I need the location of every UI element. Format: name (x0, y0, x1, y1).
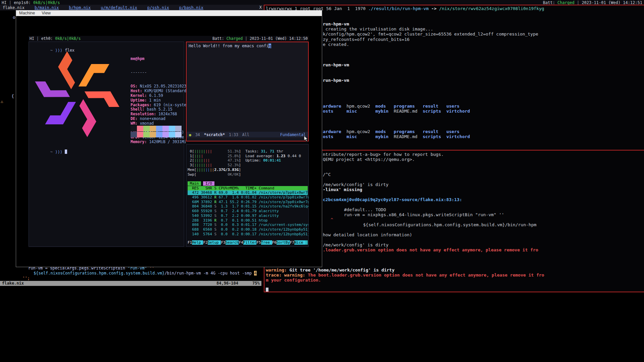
terminal-line (266, 11, 644, 16)
terminal-line: ardware hpm.qcow2 mods programs result u… (266, 104, 644, 109)
terminal-line: RES SHR S CPU%▽MEM% TIME+ Command (188, 186, 308, 191)
terminal-palette-row (131, 132, 182, 137)
neofetch-field: Uptime: 1 min (131, 98, 186, 103)
neofetch-field: Memory: 1420MiB / 3931Mi (131, 140, 186, 144)
terminal-line (266, 68, 644, 73)
terminal-line (266, 73, 644, 78)
vm-battery-label: Batt: (212, 36, 224, 41)
emacs-buffer-text: Hello World!! from my emacs config (189, 44, 271, 48)
vm-terminal-pane[interactable]: ~ ⟩⟩⟩ flex me@hpm ------- OS: NixOS 23.0… (29, 42, 184, 247)
palette-swatch (156, 132, 162, 137)
terminal-line (188, 177, 308, 181)
status-bar-right: Batt: Charged | 2023-11-01 (Wed) 14:12:5… (543, 0, 642, 5)
palette-swatch (137, 132, 143, 137)
neofetch-title: me@hpm (131, 57, 186, 61)
terminal-line: warning: Git tree '/home/me/work/config'… (266, 267, 644, 273)
terminal-line (266, 283, 644, 288)
status-bar-left: HI | enp1s0: 0kB/s|0kB/s (2, 0, 60, 5)
terminal-line: /me/work/config' is dirty (266, 242, 644, 247)
terminal-line: 808 7720 S 0.0 0.3 0:01.17 /run/current-… (188, 223, 308, 227)
status-bar: HI | enp1s0: 0kB/s|0kB/s Batt: Charged |… (0, 0, 644, 5)
qemu-window: Machine View HI | eth0: 0kB/s|0kB/s Batt… (16, 10, 322, 267)
terminal-line (266, 52, 644, 57)
terminal-line: QEMU project at <https://qemu.org>. (266, 157, 644, 162)
terminal-line (266, 288, 644, 292)
terminal-line (266, 83, 644, 88)
palette-swatch (131, 132, 137, 137)
terminal-line: ${self.nixosConfigurations.hpm.config.sy… (0, 271, 264, 276)
terminal-line (266, 57, 644, 62)
terminal-line: ntribute/report-a-bug> for how to report… (266, 152, 644, 157)
clock: 2023-11-01 (Wed) 14:12:51 (582, 0, 642, 5)
terminal-line: -linux' missing (266, 187, 644, 192)
terminal-line: 1[|||| 25.8%] Load average: 1.23 0.44 0 (188, 154, 308, 159)
terminal-line: Mem[||||||||2.37G/3.83G] (188, 168, 308, 172)
vim-code-lines: run-vm = specialArgs.pkgs.writeScriptBin… (0, 266, 264, 281)
terminal-line (266, 119, 644, 124)
statusline-filename: flake.nix (2, 281, 24, 286)
vim-tab[interactable]: b/main.nix (35, 5, 59, 10)
terminal-line: lrwxrwxrwx 1 root root 56 Jan 1 1970 ./r… (266, 6, 644, 11)
terminal-line: 804 36848 S 1.3 1.7 0:01.15 /nix/store/h… (188, 204, 308, 209)
terminal-line: 472 30468 R 69.0 1.4 0:01.04 /nix/store/… (188, 190, 308, 195)
terminal-line: run-hpm-vm (266, 78, 644, 83)
terminal-line: 496 30612 R 67.7 1.6 0:01.02 /nix/store/… (188, 195, 308, 200)
vim-tab[interactable]: p/bash.nix (179, 5, 203, 10)
code-fragment: { (11, 94, 14, 99)
vm-host-label: HI (30, 36, 34, 41)
vm-network-interface: eth0: (41, 36, 53, 41)
terminal-line: 288 3196 R 0.7 0.1 0:00.51 htop (188, 218, 308, 223)
battery-label: Batt: (543, 0, 555, 5)
terminal-line: Main I/O (188, 181, 308, 186)
tab-close-button[interactable]: X (259, 5, 262, 10)
palette-swatch (150, 132, 156, 137)
terminal-line: run-hpm-vm (266, 62, 644, 67)
nixos-logo (30, 49, 124, 139)
terminal-line: 68M 37892 R 47.1 55.2 0:26.79 /nix/store… (188, 200, 308, 204)
statusline-percent: 75% (252, 281, 260, 286)
menu-machine[interactable]: Machine (19, 11, 35, 15)
emacs-cursor: g (268, 44, 271, 48)
vm-screen: HI | eth0: 0kB/s|0kB/s Batt: Charged | 2… (29, 36, 309, 247)
terminal-line (266, 124, 644, 129)
terminal-line (266, 237, 644, 242)
palette-swatch (156, 126, 162, 131)
vm-network-rates: 0kB/s|0kB/s (55, 36, 81, 41)
neofetch-field: Shell: bash 5.2.15 (131, 107, 186, 112)
terminal-line (266, 192, 644, 197)
neofetch-field: DE: none+xmonad (131, 117, 186, 121)
terminal-line: #default... TODO (266, 207, 644, 212)
terminal-line: creating the virtualisation disk image..… (266, 26, 644, 32)
modeline-position: 1:33 (229, 132, 238, 137)
terminal-line: Swp[ 0K/0K] (188, 172, 308, 177)
neofetch-output: me@hpm ------- OS: NixOS 23.05.20231023H… (131, 47, 186, 154)
neofetch-field: Packages: 619 (nix-syste (131, 103, 186, 108)
terminal-line: zy_refcounts=off refcount_bits=16 (266, 37, 644, 42)
palette-swatch (169, 132, 175, 137)
terminal-line: 0[|||||||| 51.3%] Tasks: 31, 71 thr (188, 149, 308, 154)
terminal-line (266, 93, 644, 98)
palette-swatch (162, 126, 169, 131)
warning-sign-icon: ⚠ (1, 99, 3, 104)
vim-tab[interactable]: p/ssh.nix (147, 5, 169, 10)
palette-swatch (143, 132, 150, 137)
terminal-line: ardware hpm.qcow2 mods programs result u… (266, 129, 644, 134)
terminal-palette-row (131, 126, 182, 131)
mouse-cursor (304, 135, 308, 142)
neofetch-field: WM: xmonad (131, 121, 186, 126)
terminal-line: c2bcsm4xmj0vd0capi9q2yc0yzl87-source/fla… (266, 197, 644, 202)
modeline-major-mode: Fundamental (280, 132, 306, 137)
terminal-line (266, 262, 644, 267)
vm-battery-status: Charged (227, 36, 243, 41)
htop-pane[interactable]: F1Help F2Setup F3SearchF4FilterF5Tree F6… (186, 144, 309, 247)
vim-tab-active[interactable]: flake.nix (3, 5, 24, 10)
terminal-line: how detailed location information) (266, 232, 644, 237)
emacs-pane[interactable]: Hello World!! from my emacs config ● 34 … (186, 42, 309, 141)
terminal-line: run-vm = nixpkgs.x86_64-linux.pkgs.write… (266, 212, 644, 217)
terminal-line: F1Help F2Setup F3SearchF4FilterF5Tree F6… (188, 240, 308, 245)
terminal-line: ''; (0, 276, 264, 281)
terminal-line (266, 162, 644, 167)
vim-tab[interactable]: b/hpm.nix (69, 5, 91, 10)
menu-view[interactable]: View (42, 11, 51, 15)
vim-tab[interactable]: u/m/default.nix (101, 5, 137, 10)
